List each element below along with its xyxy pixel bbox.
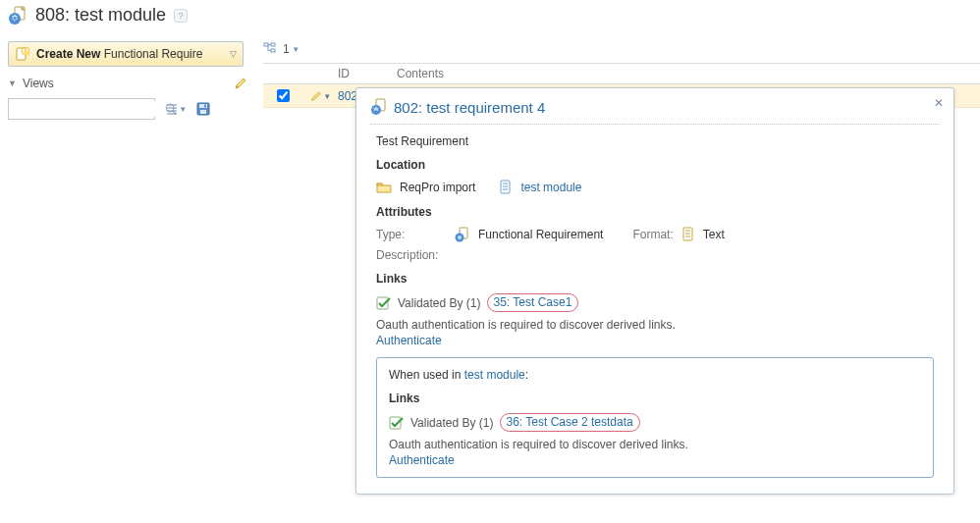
location-module-link[interactable]: test module bbox=[520, 181, 581, 194]
used-in-prefix: When used in bbox=[389, 368, 464, 382]
oauth-note: Oauth authentication is required to disc… bbox=[376, 318, 934, 332]
page-title: 808: test module bbox=[35, 5, 166, 26]
chevron-down-icon: ▽ bbox=[230, 49, 237, 59]
validated-by-icon bbox=[376, 295, 392, 311]
views-search-field[interactable] bbox=[13, 101, 164, 117]
test-case-2-link[interactable]: 36: Test Case 2 testdata bbox=[500, 413, 640, 432]
popover-subtitle: Test Requirement bbox=[376, 134, 934, 148]
svg-rect-16 bbox=[204, 105, 206, 108]
svg-rect-18 bbox=[271, 43, 275, 46]
used-in-box: When used in test module: Links Validate… bbox=[376, 357, 934, 478]
location-folder: ReqPro import bbox=[400, 181, 475, 194]
description-label: Description: bbox=[376, 248, 445, 262]
col-header-contents[interactable]: Contents bbox=[397, 67, 444, 80]
edit-views-icon[interactable] bbox=[234, 77, 247, 90]
save-view-icon[interactable] bbox=[195, 101, 211, 117]
create-new-bold: Create New bbox=[36, 47, 100, 61]
popover-title[interactable]: 802: test requirement 4 bbox=[394, 99, 545, 116]
close-icon[interactable]: ✕ bbox=[934, 96, 944, 110]
used-in-module-link[interactable]: test module bbox=[464, 368, 525, 382]
topbar-number: 1 bbox=[283, 42, 290, 56]
artifact-popover: ✕ 802: test requirement 4 Test Requireme… bbox=[355, 87, 954, 495]
module-gear-icon bbox=[8, 6, 27, 26]
document-icon bbox=[499, 180, 513, 195]
svg-rect-17 bbox=[264, 43, 268, 46]
svg-point-28 bbox=[458, 235, 462, 239]
attributes-label: Attributes bbox=[376, 205, 934, 219]
format-value: Text bbox=[703, 228, 725, 241]
svg-rect-19 bbox=[271, 49, 275, 52]
svg-point-2 bbox=[14, 17, 17, 20]
authenticate-link[interactable]: Authenticate bbox=[376, 334, 934, 347]
artifact-type-icon bbox=[370, 98, 388, 116]
format-label: Format: bbox=[632, 228, 673, 241]
col-header-id[interactable]: ID bbox=[338, 67, 397, 80]
folder-icon bbox=[376, 181, 392, 194]
format-icon bbox=[681, 227, 695, 242]
type-value: Functional Requirement bbox=[478, 228, 603, 241]
svg-rect-15 bbox=[200, 110, 206, 114]
create-new-icon bbox=[15, 46, 30, 62]
row-checkbox[interactable] bbox=[277, 89, 290, 102]
type-icon bbox=[455, 227, 470, 242]
usedin-links-label: Links bbox=[389, 392, 921, 405]
chevron-down-icon[interactable]: ▾ bbox=[294, 44, 299, 54]
help-icon[interactable]: ? bbox=[174, 9, 188, 23]
validated-by-icon bbox=[389, 415, 405, 431]
row-edit-menu[interactable]: ▾ bbox=[302, 90, 338, 102]
type-label: Type: bbox=[376, 228, 423, 241]
validated-by-label: Validated By (1) bbox=[398, 296, 481, 310]
usedin-authenticate-link[interactable]: Authenticate bbox=[389, 453, 921, 467]
svg-text:?: ? bbox=[179, 11, 184, 21]
views-label: Views bbox=[23, 77, 54, 90]
create-new-rest: Functional Require bbox=[100, 47, 202, 61]
create-new-button[interactable]: Create New Functional Require ▽ bbox=[8, 41, 244, 67]
usedin-validated-by-label: Validated By (1) bbox=[410, 416, 494, 430]
test-case-1-link[interactable]: 35: Test Case1 bbox=[487, 293, 579, 312]
view-list-dropdown[interactable]: ▾ bbox=[165, 102, 186, 116]
expand-collapse-icon[interactable]: ▼ bbox=[8, 78, 17, 88]
views-search-input[interactable] bbox=[8, 98, 155, 120]
usedin-oauth-note: Oauth authentication is required to disc… bbox=[389, 438, 921, 451]
tree-icon[interactable] bbox=[263, 41, 279, 57]
links-label: Links bbox=[376, 272, 934, 286]
location-label: Location bbox=[376, 158, 934, 172]
